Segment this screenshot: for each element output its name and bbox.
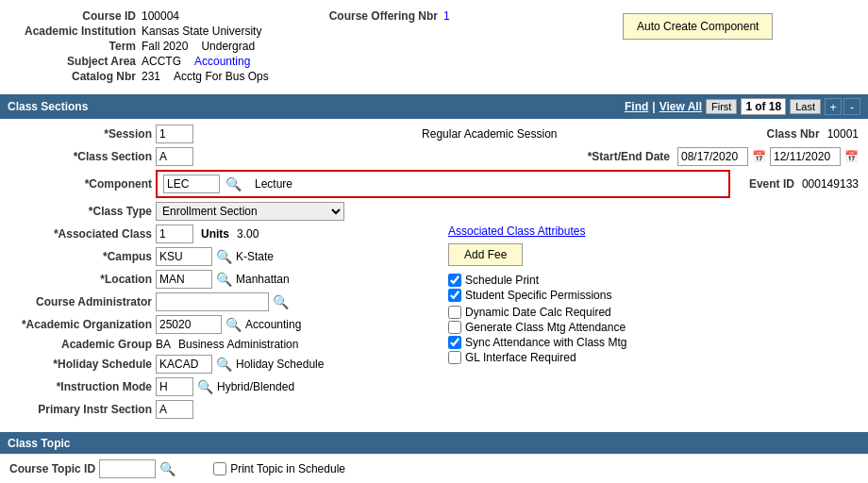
sync-attendance-row: Sync Attendance with Class Mtg xyxy=(448,336,859,349)
component-input[interactable] xyxy=(163,175,220,193)
add-fee-button[interactable]: Add Fee xyxy=(448,243,523,266)
component-label: *Component xyxy=(9,177,156,191)
class-sections-title: Class Sections xyxy=(8,100,88,113)
academic-org-search-icon[interactable]: 🔍 xyxy=(225,317,242,332)
location-input[interactable] xyxy=(156,270,212,289)
student-specific-permissions-label: Student Specific Permissions xyxy=(465,289,611,302)
holiday-schedule-label: *Holiday Schedule xyxy=(9,358,156,371)
dynamic-date-row: Dynamic Date Calc Required xyxy=(448,306,859,319)
start-date-input[interactable] xyxy=(677,147,748,166)
add-remove-buttons: + - xyxy=(825,98,860,115)
middle-header: Course Offering Nbr 1 xyxy=(321,9,623,85)
course-offering-label: Course Offering Nbr xyxy=(321,9,443,23)
term-value: Fall 2020 xyxy=(142,40,188,53)
event-id-label: Event ID xyxy=(749,177,798,191)
last-button[interactable]: Last xyxy=(790,99,821,114)
dynamic-date-checkbox[interactable] xyxy=(448,306,461,319)
holiday-schedule-container: 🔍 Holiday Schedule xyxy=(156,355,324,374)
class-nbr-value: 10001 xyxy=(827,127,859,141)
academic-group-text: Business Administration xyxy=(178,338,298,351)
class-sections-bar: Class Sections Find | View All First 1 o… xyxy=(0,94,868,119)
primary-instr-section-input[interactable] xyxy=(156,400,193,419)
gl-interface-checkbox[interactable] xyxy=(448,351,461,364)
academic-group-container: BA Business Administration xyxy=(156,338,298,351)
primary-instr-section-container xyxy=(156,400,193,419)
student-specific-permissions-row: Student Specific Permissions xyxy=(448,289,859,302)
holiday-schedule-input[interactable] xyxy=(156,355,212,374)
campus-input[interactable] xyxy=(156,247,212,266)
campus-container: 🔍 K-State xyxy=(156,247,274,266)
class-section-label: *Class Section xyxy=(9,150,156,163)
holiday-schedule-text: Holiday Schedule xyxy=(236,358,324,371)
location-search-icon[interactable]: 🔍 xyxy=(216,272,232,287)
add-row-button[interactable]: + xyxy=(825,98,842,115)
academic-org-input[interactable] xyxy=(156,315,222,334)
academic-institution-label: Academic Institution xyxy=(19,25,142,38)
calendar-start-icon[interactable]: 📅 xyxy=(752,150,766,163)
generate-attendance-checkbox[interactable] xyxy=(448,321,461,334)
course-topic-search-icon[interactable]: 🔍 xyxy=(159,461,175,476)
instruction-mode-text: Hybrid/Blended xyxy=(217,380,294,393)
session-label: *Session xyxy=(9,127,156,141)
sync-attendance-label: Sync Attendance with Class Mtg xyxy=(465,336,626,349)
instruction-mode-container: 🔍 Hybrid/Blended xyxy=(156,377,294,396)
location-container: 🔍 Manhattan xyxy=(156,270,290,289)
regular-academic-session: Regular Academic Session xyxy=(212,127,767,141)
print-topic-label: Print Topic in Schedule xyxy=(230,462,345,475)
class-type-label: *Class Type xyxy=(9,205,156,218)
catalog-nbr-extra: Acctg For Bus Ops xyxy=(174,70,269,83)
student-specific-permissions-checkbox[interactable] xyxy=(448,289,461,302)
schedule-print-row: Schedule Print xyxy=(448,274,859,287)
schedule-print-checkbox[interactable] xyxy=(448,274,461,287)
start-end-date-label: *Start/End Date xyxy=(588,150,674,163)
print-topic-checkbox[interactable] xyxy=(213,462,226,475)
gl-interface-label: GL Interface Required xyxy=(465,351,576,364)
course-admin-input[interactable] xyxy=(156,292,269,311)
class-type-select[interactable]: Enrollment Section Non-Enrollment Sectio… xyxy=(156,202,344,221)
units-value: 3.00 xyxy=(237,227,259,241)
auto-create-button[interactable]: Auto Create Component xyxy=(623,13,773,40)
calendar-end-icon[interactable]: 📅 xyxy=(844,150,859,163)
sync-attendance-checkbox[interactable] xyxy=(448,336,461,349)
class-section-container xyxy=(156,147,569,166)
right-column: Associated Class Attributes Add Fee Sche… xyxy=(439,225,859,423)
end-date-input[interactable] xyxy=(770,147,841,166)
holiday-schedule-search-icon[interactable]: 🔍 xyxy=(216,357,232,372)
academic-org-container: 🔍 Accounting xyxy=(156,315,301,334)
page-indicator: 1 of 18 xyxy=(741,98,786,115)
session-input[interactable] xyxy=(156,125,193,143)
academic-org-text: Accounting xyxy=(245,318,301,331)
class-section-input[interactable] xyxy=(156,147,193,166)
course-admin-search-icon[interactable]: 🔍 xyxy=(273,294,289,309)
print-topic-container: Print Topic in Schedule xyxy=(213,462,345,475)
associated-class-attributes-link[interactable]: Associated Class Attributes xyxy=(448,225,585,238)
component-search-icon[interactable]: 🔍 xyxy=(225,176,242,192)
instruction-mode-input[interactable] xyxy=(156,377,193,396)
component-text: Lecture xyxy=(255,177,292,191)
instruction-mode-label: *Instruction Mode xyxy=(9,380,156,393)
first-button[interactable]: First xyxy=(706,99,737,114)
dynamic-date-label: Dynamic Date Calc Required xyxy=(465,306,611,319)
two-col-layout: *Associated Class Units 3.00 *Campus 🔍 K… xyxy=(9,225,859,423)
remove-row-button[interactable]: - xyxy=(843,98,860,115)
left-header: Course ID 100004 Academic Institution Ka… xyxy=(19,9,321,85)
course-id-label: Course ID xyxy=(19,9,142,23)
associated-class-input[interactable] xyxy=(156,225,193,243)
subject-area-extra[interactable]: Accounting xyxy=(194,55,250,68)
location-label: *Location xyxy=(9,273,156,286)
find-link[interactable]: Find xyxy=(625,100,648,113)
course-admin-container: 🔍 xyxy=(156,292,289,311)
course-topic-id-input[interactable] xyxy=(99,459,156,478)
campus-search-icon[interactable]: 🔍 xyxy=(216,249,232,264)
associated-class-container: Units 3.00 xyxy=(156,225,259,243)
instruction-mode-search-icon[interactable]: 🔍 xyxy=(197,379,213,394)
term-extra: Undergrad xyxy=(201,40,255,53)
view-all-link[interactable]: View All xyxy=(659,100,702,113)
class-nbr-label: Class Nbr xyxy=(767,127,824,141)
left-column: *Associated Class Units 3.00 *Campus 🔍 K… xyxy=(9,225,429,423)
course-offering-value[interactable]: 1 xyxy=(443,9,450,23)
term-label: Term xyxy=(19,40,142,53)
start-end-date-container: 📅 📅 xyxy=(677,147,859,166)
catalog-nbr-value: 231 xyxy=(142,70,160,83)
course-id-value: 100004 xyxy=(142,9,179,23)
